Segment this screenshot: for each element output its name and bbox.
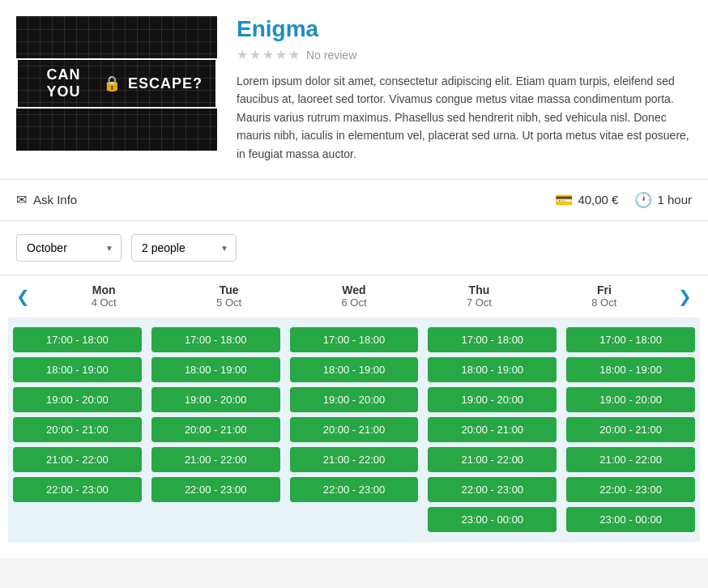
slot-mon-5[interactable]: 21:00 - 22:00	[13, 447, 142, 472]
day-header-mon: Mon 4 Oct	[41, 283, 166, 309]
hero-section: CAN YOU 🔒 ESCAPE? Enigma ★ ★ ★ ★ ★ No re…	[0, 0, 708, 180]
hero-image: CAN YOU 🔒 ESCAPE?	[16, 16, 217, 151]
slot-wed-5[interactable]: 21:00 - 22:00	[290, 447, 419, 472]
star-5: ★	[288, 47, 300, 62]
slot-fri-4[interactable]: 20:00 - 21:00	[566, 417, 695, 442]
slot-mon-1[interactable]: 17:00 - 18:00	[13, 327, 142, 352]
slot-thu-6[interactable]: 22:00 - 23:00	[428, 477, 557, 502]
slot-wed-6[interactable]: 22:00 - 23:00	[290, 477, 419, 502]
price-label: 40,00 €	[578, 193, 618, 207]
price-icon: 💳	[555, 191, 573, 209]
star-rating: ★ ★ ★ ★ ★	[237, 47, 300, 62]
hero-can-you: CAN YOU	[31, 66, 96, 100]
slot-fri-3[interactable]: 19:00 - 20:00	[566, 387, 695, 412]
people-select-wrapper: 1 people 2 people 3 people 4 people	[131, 234, 237, 262]
month-select[interactable]: October November December	[16, 234, 122, 262]
rating-row: ★ ★ ★ ★ ★ No review	[237, 47, 692, 62]
controls-row: October November December 1 people 2 peo…	[0, 221, 708, 275]
day-name-thu: Thu	[416, 283, 541, 296]
lock-icon: 🔒	[103, 75, 122, 92]
room-title: Enigma	[237, 16, 692, 42]
people-select[interactable]: 1 people 2 people 3 people 4 people	[131, 234, 237, 262]
slots-grid: 17:00 - 18:00 18:00 - 19:00 19:00 - 20:0…	[8, 327, 700, 532]
slot-tue-2[interactable]: 18:00 - 19:00	[151, 357, 280, 382]
duration-block: 🕐 1 hour	[634, 191, 692, 209]
slot-mon-2[interactable]: 18:00 - 19:00	[13, 357, 142, 382]
no-review-label: No review	[306, 49, 356, 62]
slot-fri-1[interactable]: 17:00 - 18:00	[566, 327, 695, 352]
day-header-tue: Tue 5 Oct	[166, 283, 291, 309]
slots-col-fri: 17:00 - 18:00 18:00 - 19:00 19:00 - 20:0…	[561, 327, 700, 532]
slot-fri-6[interactable]: 22:00 - 23:00	[566, 477, 695, 502]
price-block: 💳 40,00 €	[555, 191, 618, 209]
prev-week-button[interactable]: ❮	[8, 283, 38, 309]
slots-area: 17:00 - 18:00 18:00 - 19:00 19:00 - 20:0…	[8, 317, 700, 542]
days-header: Mon 4 Oct Tue 5 Oct Wed 6 Oct Thu 7 Oct …	[41, 283, 667, 309]
star-2: ★	[250, 47, 261, 62]
slot-mon-6[interactable]: 22:00 - 23:00	[13, 477, 142, 502]
star-4: ★	[275, 47, 287, 62]
slot-fri-5[interactable]: 21:00 - 22:00	[566, 447, 695, 472]
day-name-fri: Fri	[542, 283, 667, 296]
slot-thu-7[interactable]: 23:00 - 00:00	[428, 507, 557, 532]
slot-wed-1[interactable]: 17:00 - 18:00	[290, 327, 419, 352]
duration-label: 1 hour	[657, 193, 692, 207]
day-header-wed: Wed 6 Oct	[292, 283, 416, 309]
info-bar: ✉ Ask Info 💳 40,00 € 🕐 1 hour	[0, 180, 708, 221]
calendar-section: ❮ Mon 4 Oct Tue 5 Oct Wed 6 Oct Thu 7 Oc…	[0, 275, 708, 558]
hero-escape: ESCAPE?	[128, 75, 203, 92]
ask-info-label: Ask Info	[33, 193, 77, 207]
slot-thu-4[interactable]: 20:00 - 21:00	[428, 417, 557, 442]
slot-thu-2[interactable]: 18:00 - 19:00	[428, 357, 557, 382]
day-date-mon: 4 Oct	[41, 296, 166, 309]
slot-tue-5[interactable]: 21:00 - 22:00	[151, 447, 280, 472]
day-date-tue: 5 Oct	[166, 296, 291, 309]
slot-mon-3[interactable]: 19:00 - 20:00	[13, 387, 142, 412]
slot-tue-6[interactable]: 22:00 - 23:00	[151, 477, 280, 502]
hero-image-content: CAN YOU 🔒 ESCAPE?	[16, 58, 217, 109]
slot-tue-4[interactable]: 20:00 - 21:00	[151, 417, 280, 442]
slot-thu-3[interactable]: 19:00 - 20:00	[428, 387, 557, 412]
star-3: ★	[262, 47, 274, 62]
slot-fri-2[interactable]: 18:00 - 19:00	[566, 357, 695, 382]
day-name-mon: Mon	[41, 283, 166, 296]
slots-col-mon: 17:00 - 18:00 18:00 - 19:00 19:00 - 20:0…	[8, 327, 147, 532]
slot-wed-2[interactable]: 18:00 - 19:00	[290, 357, 419, 382]
slot-wed-4[interactable]: 20:00 - 21:00	[290, 417, 419, 442]
day-header-fri: Fri 8 Oct	[542, 283, 667, 309]
slots-col-tue: 17:00 - 18:00 18:00 - 19:00 19:00 - 20:0…	[147, 327, 285, 532]
star-1: ★	[237, 47, 248, 62]
day-header-thu: Thu 7 Oct	[416, 283, 541, 309]
hero-content: Enigma ★ ★ ★ ★ ★ No review Lorem ipsum d…	[237, 16, 692, 163]
day-name-wed: Wed	[292, 283, 416, 296]
slots-col-thu: 17:00 - 18:00 18:00 - 19:00 19:00 - 20:0…	[423, 327, 561, 532]
slot-mon-4[interactable]: 20:00 - 21:00	[13, 417, 142, 442]
day-name-tue: Tue	[166, 283, 291, 296]
next-week-button[interactable]: ❯	[670, 283, 700, 309]
room-description: Lorem ipsum dolor sit amet, consectetur …	[237, 72, 692, 163]
slot-wed-3[interactable]: 19:00 - 20:00	[290, 387, 419, 412]
ask-info-button[interactable]: ✉ Ask Info	[16, 192, 77, 207]
day-date-wed: 6 Oct	[292, 296, 416, 309]
slot-tue-3[interactable]: 19:00 - 20:00	[151, 387, 280, 412]
clock-icon: 🕐	[634, 191, 652, 209]
info-right: 💳 40,00 € 🕐 1 hour	[555, 191, 692, 209]
slot-tue-1[interactable]: 17:00 - 18:00	[151, 327, 280, 352]
envelope-icon: ✉	[16, 192, 27, 207]
day-date-fri: 8 Oct	[542, 296, 667, 309]
slot-fri-7[interactable]: 23:00 - 00:00	[566, 507, 695, 532]
slot-thu-1[interactable]: 17:00 - 18:00	[428, 327, 557, 352]
slot-thu-5[interactable]: 21:00 - 22:00	[428, 447, 557, 472]
month-select-wrapper: October November December	[16, 234, 122, 262]
slots-col-wed: 17:00 - 18:00 18:00 - 19:00 19:00 - 20:0…	[285, 327, 424, 532]
day-date-thu: 7 Oct	[416, 296, 541, 309]
calendar-header: ❮ Mon 4 Oct Tue 5 Oct Wed 6 Oct Thu 7 Oc…	[8, 275, 700, 317]
